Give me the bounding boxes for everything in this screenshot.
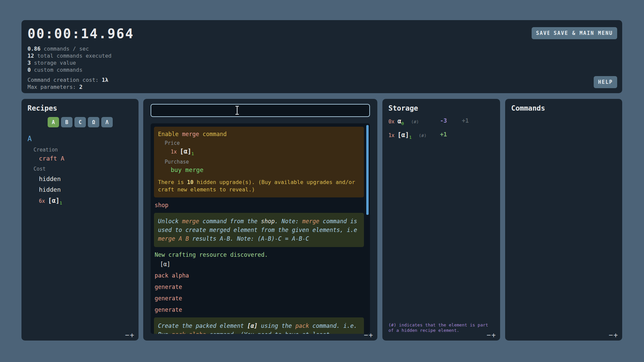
console-resize-controls: −+ (364, 331, 373, 339)
creation-label: Creation (34, 147, 132, 153)
recipes-panel: Recipes A B C Ω Λ A Creation craft A Cos… (21, 99, 139, 341)
element-name: [α] (397, 131, 409, 138)
price-label: Price (165, 140, 360, 146)
stat-commands-per-sec: 0.86 commands / sec (28, 45, 617, 52)
rate-value-1: +1 (440, 131, 447, 138)
commands-resize-controls: −+ (608, 331, 618, 339)
upgrade-offer-box: Enable merge command Price 1x [α]1 Purch… (154, 127, 364, 197)
purchase-label: Purchase (165, 159, 360, 165)
echo-shop-command: shop (155, 201, 364, 209)
pack-hint-box: Create the packed element [α] using the … (154, 317, 364, 334)
cost-item-hidden-2: hidden (39, 186, 132, 193)
stat-storage-value: 3 storage value (28, 59, 617, 66)
cost-item-alpha-pack: 6x [α]1 (39, 197, 132, 207)
recipe-tabs: A B C Ω Λ (48, 117, 132, 127)
element-name: α (397, 117, 401, 125)
shrink-button[interactable]: − (125, 331, 130, 339)
grow-button[interactable]: + (368, 331, 373, 339)
echo-generate-command-1: generate (155, 283, 364, 291)
hidden-recipe-marker: (#) (411, 119, 419, 124)
storage-row-packed-alpha: 1x [α]1 (#) +1 (388, 131, 494, 140)
console-panel: Enable merge command Price 1x [α]1 Purch… (143, 99, 377, 341)
commands-panel: Commands −+ (505, 99, 622, 341)
grow-button[interactable]: + (491, 331, 496, 339)
grow-button[interactable]: + (129, 331, 135, 339)
rate-value-2: +1 (462, 117, 469, 124)
recipes-resize-controls: −+ (125, 331, 135, 339)
grow-button[interactable]: + (613, 331, 618, 339)
echo-generate-command-2: generate (155, 295, 364, 302)
command-input[interactable] (151, 104, 370, 117)
echo-generate-command-3: generate (155, 306, 364, 313)
command-creation-cost: Command creation cost: 1λ (28, 76, 617, 83)
tab-recipe-a[interactable]: A (48, 117, 59, 127)
log-scrollbar-thumb[interactable] (366, 125, 369, 215)
tab-recipe-omega[interactable]: Ω (88, 117, 99, 127)
element-subscript: 0 (401, 121, 404, 126)
storage-resize-controls: −+ (486, 331, 496, 339)
purchase-command: buy merge (171, 166, 360, 173)
element-count: 0x (388, 119, 394, 125)
discovery-message: New crafting resource discovered. (155, 251, 364, 258)
hidden-recipe-marker: (#) (419, 133, 426, 138)
stats-block: 0.86 commands / sec 12 total commands ex… (28, 45, 617, 73)
storage-title: Storage (388, 104, 494, 112)
cost-item-hidden-1: hidden (39, 175, 132, 183)
storage-panel: Storage 0x α0 (#) -3 +1 1x [α]1 (#) +1 (… (382, 99, 500, 341)
discovered-element: [α] (160, 260, 364, 268)
merge-hint-box: Unlock merge command from the shop. Note… (154, 213, 364, 247)
shrink-button[interactable]: − (364, 331, 369, 339)
shrink-button[interactable]: − (486, 331, 491, 339)
timer: 00:00:14.964 (28, 26, 617, 41)
rate-value-1: -3 (440, 117, 447, 124)
shrink-button[interactable]: − (608, 331, 613, 339)
element-count: 1x (388, 132, 394, 138)
echo-pack-alpha-command: pack alpha (155, 272, 364, 279)
hidden-upgrades-note: There is 10 hidden upgrade(s). (Buy avai… (158, 179, 360, 193)
storage-row-alpha: 0x α0 (#) -3 +1 (388, 117, 494, 126)
header-panel: 00:00:14.964 0.86 commands / sec 12 tota… (21, 20, 622, 93)
help-button[interactable]: HELP (594, 76, 617, 88)
stat-custom-commands: 0 custom commands (28, 66, 617, 73)
stat-total-commands: 12 total commands executed (28, 52, 617, 59)
console-log[interactable]: Enable merge command Price 1x [α]1 Purch… (151, 123, 370, 334)
recipe-name: A (28, 135, 132, 143)
max-parameters: Max parameters: 2 (28, 83, 617, 90)
creation-command: craft A (39, 155, 132, 162)
storage-footnote: (#) indicates that the element is part o… (388, 322, 494, 333)
upgrade-title: Enable merge command (158, 131, 360, 137)
cost-label: Cost (34, 166, 132, 172)
costs-block: Command creation cost: 1λ Max parameters… (28, 76, 617, 90)
commands-title: Commands (511, 104, 616, 112)
price-value: 1x [α]1 (171, 147, 360, 156)
tab-recipe-lambda[interactable]: Λ (101, 117, 113, 127)
tab-recipe-b[interactable]: B (61, 117, 72, 127)
save-main-menu-button[interactable]: SAVE & MAIN MENU (549, 27, 618, 39)
element-subscript: 1 (409, 135, 412, 140)
tab-recipe-c[interactable]: C (74, 117, 86, 127)
recipes-title: Recipes (28, 104, 132, 112)
